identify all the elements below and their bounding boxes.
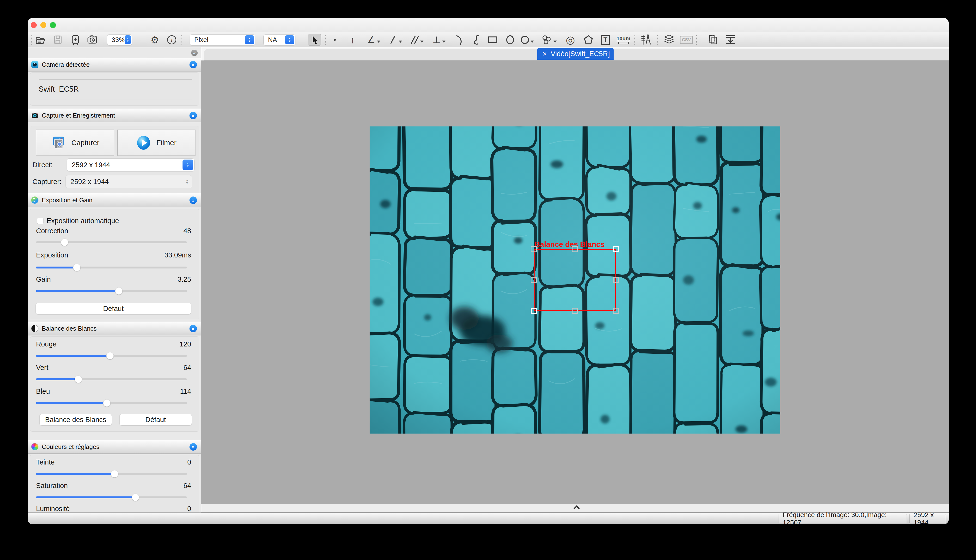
layers-icon[interactable] xyxy=(663,32,675,47)
unit-select[interactable]: Pixel ▲▼ xyxy=(190,34,255,45)
slider-thumb[interactable] xyxy=(73,264,80,271)
stepper-icon[interactable]: ▲▼ xyxy=(245,35,254,44)
film-play-icon xyxy=(136,135,151,150)
stepper-icon[interactable]: ▲▼ xyxy=(285,35,294,44)
panel-collapse-button[interactable]: « xyxy=(189,61,197,68)
chevrons-up-icon: « xyxy=(191,199,196,201)
camera-flash-icon[interactable] xyxy=(70,32,81,47)
polygon-tool-icon[interactable] xyxy=(583,32,594,47)
roi-handle[interactable] xyxy=(531,308,537,314)
rectangle-tool-icon[interactable] xyxy=(488,32,497,47)
settings-gear-icon[interactable]: ⚙ xyxy=(150,32,159,47)
slider-thumb[interactable] xyxy=(132,494,139,501)
csv-export-icon[interactable]: CSV xyxy=(680,32,693,47)
point-tool-icon[interactable] xyxy=(334,32,336,47)
zoom-level-select[interactable]: 33% ▲▼ xyxy=(107,34,132,45)
measure-calipers-icon[interactable] xyxy=(641,32,652,47)
linked-circles-tool-icon[interactable] xyxy=(541,32,557,47)
roi-handle[interactable] xyxy=(613,308,619,314)
roi-handle[interactable] xyxy=(613,246,619,252)
scale-bar-tool-icon[interactable]: 10um xyxy=(617,32,630,47)
exposure-default-button[interactable]: Défaut xyxy=(35,303,191,314)
slider-thumb[interactable] xyxy=(61,239,68,246)
video-feed[interactable]: Balance des Blancs xyxy=(369,127,780,433)
slider-thumb[interactable] xyxy=(75,376,82,383)
arrow-tool-icon[interactable]: ↑ xyxy=(350,32,355,47)
open-folder-icon[interactable] xyxy=(35,32,46,47)
slider-value: 0 xyxy=(187,458,191,466)
minimize-window-icon[interactable] xyxy=(40,22,46,28)
perpendicular-tool-icon[interactable]: ⊥ xyxy=(433,32,446,47)
slider-value: 64 xyxy=(184,482,191,490)
na-select[interactable]: NA ▲▼ xyxy=(264,34,296,45)
ellipse-tool-icon[interactable] xyxy=(506,32,514,47)
roi-handle[interactable] xyxy=(613,277,619,283)
correction-slider[interactable] xyxy=(36,239,187,246)
export-down-icon[interactable] xyxy=(725,32,736,47)
slider-thumb[interactable] xyxy=(115,287,122,295)
saturation-slider[interactable] xyxy=(36,494,187,501)
angle-tool-icon[interactable]: ∠ xyxy=(367,32,380,47)
slider-label: Vert xyxy=(36,364,48,372)
panel-collapse-button[interactable]: « xyxy=(189,197,197,204)
panel-collapse-button[interactable]: « xyxy=(189,443,197,451)
concentric-circle-tool-icon[interactable]: ◎ xyxy=(566,32,575,47)
capture-camera-icon xyxy=(51,135,66,150)
roi-handle[interactable] xyxy=(572,308,578,314)
circle-tool-icon[interactable] xyxy=(521,32,534,47)
roi-handle[interactable] xyxy=(531,246,537,252)
panel-collapse-button[interactable]: « xyxy=(189,112,197,119)
slider-thumb[interactable] xyxy=(111,470,118,477)
panel-header-capture[interactable]: Capture et Enregistrement « xyxy=(28,108,201,122)
pointer-tool-icon[interactable] xyxy=(309,32,320,47)
annotation-label[interactable]: Balance des Blancs xyxy=(535,240,605,249)
tab-bar: × Vidéo[Swift_EC5R] xyxy=(201,47,949,60)
line-tool-icon[interactable] xyxy=(389,32,402,47)
roi-handle[interactable] xyxy=(572,246,578,252)
panel-header-colors[interactable]: Couleurs et réglages « xyxy=(28,440,201,454)
tab-close-icon[interactable]: × xyxy=(543,50,547,58)
save-icon[interactable] xyxy=(53,32,63,47)
camera-timer-icon[interactable] xyxy=(87,32,98,47)
capture-resolution-select[interactable]: 2592 x 1944 ▲▼ xyxy=(65,175,192,188)
zoom-window-icon[interactable] xyxy=(50,22,56,28)
panel-collapse-button[interactable]: « xyxy=(189,325,197,332)
duplicate-icon[interactable] xyxy=(707,32,719,47)
info-icon[interactable]: i xyxy=(167,32,176,47)
roi-handle[interactable] xyxy=(531,277,537,283)
exposure-slider[interactable] xyxy=(36,264,187,271)
camera-name[interactable]: Swift_EC5R xyxy=(38,85,79,93)
stepper-icon[interactable]: ▲▼ xyxy=(182,160,193,170)
slider-thumb[interactable] xyxy=(106,352,114,359)
auto-exposure-checkbox[interactable] xyxy=(37,218,43,224)
direct-resolution-select[interactable]: 2592 x 1944 ▲▼ xyxy=(67,158,194,171)
stepper-icon: ▲▼ xyxy=(186,179,189,185)
wb-default-button[interactable]: Défaut xyxy=(119,414,192,425)
stepper-icon[interactable]: ▲▼ xyxy=(125,35,131,44)
spline-tool-icon[interactable] xyxy=(471,32,480,47)
sidebar: « Caméra détectée « Swift_EC5R Capture e… xyxy=(28,47,201,512)
red-slider[interactable] xyxy=(36,352,187,359)
film-button[interactable]: Filmer xyxy=(117,130,196,156)
close-window-icon[interactable] xyxy=(31,22,37,28)
panel-header-whitebalance[interactable]: Balance des Blancs « xyxy=(28,322,201,335)
tab-video[interactable]: × Vidéo[Swift_EC5R] xyxy=(537,48,613,60)
sidebar-collapse-button[interactable]: « xyxy=(191,50,198,56)
parallel-lines-tool-icon[interactable] xyxy=(410,32,424,47)
capture-button[interactable]: Capturer xyxy=(36,130,114,156)
text-tool-icon[interactable]: T xyxy=(601,32,610,47)
chevrons-up-icon: « xyxy=(191,114,196,117)
panel-header-camera[interactable]: Caméra détectée « xyxy=(28,58,201,72)
green-slider[interactable] xyxy=(36,376,187,383)
chevron-up-icon[interactable] xyxy=(573,505,580,511)
white-balance-button[interactable]: Balance des Blancs xyxy=(39,414,112,425)
hue-slider[interactable] xyxy=(36,470,187,477)
chevrons-up-icon: « xyxy=(191,63,196,66)
blue-slider[interactable] xyxy=(36,400,187,407)
gain-slider[interactable] xyxy=(36,287,187,295)
slider-thumb[interactable] xyxy=(103,400,110,407)
panel-header-exposure[interactable]: + − Exposition et Gain « xyxy=(28,193,201,207)
white-balance-roi[interactable] xyxy=(534,249,616,311)
title-bar[interactable] xyxy=(28,18,949,32)
arc-tool-icon[interactable] xyxy=(453,32,464,47)
